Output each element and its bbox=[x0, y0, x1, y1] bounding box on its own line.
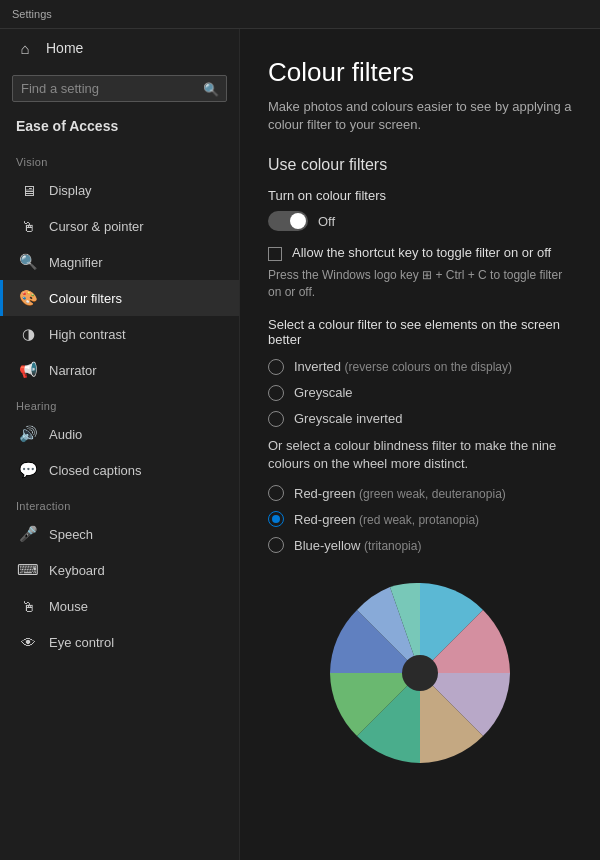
sidebar-item-high-contrast[interactable]: ◑ High contrast bbox=[0, 316, 239, 352]
radio-red-green-weak-label: Red-green (green weak, deuteranopia) bbox=[294, 486, 506, 501]
sidebar-item-audio-label: Audio bbox=[49, 427, 82, 442]
sidebar-item-magnifier[interactable]: 🔍 Magnifier bbox=[0, 244, 239, 280]
sidebar-item-narrator[interactable]: 📢 Narrator bbox=[0, 352, 239, 388]
pie-chart-svg bbox=[320, 573, 520, 773]
title-bar-label: Settings bbox=[12, 8, 52, 20]
sidebar-item-speech-label: Speech bbox=[49, 527, 93, 542]
search-box-wrap: 🔍 bbox=[0, 67, 239, 110]
section-label-interaction: Interaction bbox=[0, 488, 239, 516]
sidebar-item-closed-captions[interactable]: 💬 Closed captions bbox=[0, 452, 239, 488]
radio-inverted[interactable]: Inverted (reverse colours on the display… bbox=[268, 359, 572, 375]
colour-wheel bbox=[268, 573, 572, 773]
pie-center bbox=[402, 655, 438, 691]
radio-greyscale-inverted-button[interactable] bbox=[268, 411, 284, 427]
section-label-hearing: Hearing bbox=[0, 388, 239, 416]
hint-text: Press the Windows logo key ⊞ + Ctrl + C … bbox=[268, 267, 572, 301]
sidebar-item-cursor-label: Cursor & pointer bbox=[49, 219, 144, 234]
toggle-row: Off bbox=[268, 211, 572, 231]
blindness-desc: Or select a colour blindness filter to m… bbox=[268, 437, 572, 473]
sidebar-item-eye-control[interactable]: 👁 Eye control bbox=[0, 624, 239, 660]
radio-greyscale[interactable]: Greyscale bbox=[268, 385, 572, 401]
search-input[interactable] bbox=[12, 75, 227, 102]
radio-red-green-strong-label: Red-green (red weak, protanopia) bbox=[294, 512, 479, 527]
audio-icon: 🔊 bbox=[19, 425, 37, 443]
radio-selected-indicator bbox=[272, 515, 280, 523]
closed-captions-icon: 💬 bbox=[19, 461, 37, 479]
eye-control-icon: 👁 bbox=[19, 633, 37, 651]
radio-greyscale-button[interactable] bbox=[268, 385, 284, 401]
shortcut-checkbox-row: Allow the shortcut key to toggle filter … bbox=[268, 245, 572, 261]
radio-greyscale-label: Greyscale bbox=[294, 385, 353, 400]
sidebar-item-keyboard[interactable]: ⌨ Keyboard bbox=[0, 552, 239, 588]
sidebar-item-closed-captions-label: Closed captions bbox=[49, 463, 142, 478]
speech-icon: 🎤 bbox=[19, 525, 37, 543]
radio-red-green-strong-button[interactable] bbox=[268, 511, 284, 527]
high-contrast-icon: ◑ bbox=[19, 325, 37, 343]
keyboard-icon: ⌨ bbox=[19, 561, 37, 579]
radio-red-green-weak[interactable]: Red-green (green weak, deuteranopia) bbox=[268, 485, 572, 501]
ease-of-access-label: Ease of Access bbox=[0, 110, 239, 144]
sidebar-item-speech[interactable]: 🎤 Speech bbox=[0, 516, 239, 552]
sidebar-home-label: Home bbox=[46, 40, 83, 56]
home-icon: ⌂ bbox=[16, 39, 34, 57]
main-content: Colour filters Make photos and colours e… bbox=[240, 29, 600, 860]
sidebar-item-keyboard-label: Keyboard bbox=[49, 563, 105, 578]
radio-greyscale-inverted-label: Greyscale inverted bbox=[294, 411, 402, 426]
radio-red-green-strong[interactable]: Red-green (red weak, protanopia) bbox=[268, 511, 572, 527]
sidebar-item-narrator-label: Narrator bbox=[49, 363, 97, 378]
sidebar-item-colour-filters-label: Colour filters bbox=[49, 291, 122, 306]
sidebar-item-mouse[interactable]: 🖱 Mouse bbox=[0, 588, 239, 624]
sidebar-item-display-label: Display bbox=[49, 183, 92, 198]
section-label-vision: Vision bbox=[0, 144, 239, 172]
radio-inverted-label: Inverted (reverse colours on the display… bbox=[294, 359, 512, 374]
colour-filters-toggle[interactable] bbox=[268, 211, 308, 231]
page-title: Colour filters bbox=[268, 57, 572, 88]
title-bar: Settings bbox=[0, 0, 600, 29]
sidebar-item-display[interactable]: 🖥 Display bbox=[0, 172, 239, 208]
radio-blue-yellow-button[interactable] bbox=[268, 537, 284, 553]
sidebar-item-home[interactable]: ⌂ Home bbox=[0, 29, 239, 67]
toggle-state-label: Off bbox=[318, 214, 335, 229]
sidebar-item-audio[interactable]: 🔊 Audio bbox=[0, 416, 239, 452]
mouse-icon: 🖱 bbox=[19, 597, 37, 615]
radio-red-green-weak-button[interactable] bbox=[268, 485, 284, 501]
radio-greyscale-inverted[interactable]: Greyscale inverted bbox=[268, 411, 572, 427]
section-title: Use colour filters bbox=[268, 156, 572, 174]
toggle-label: Turn on colour filters bbox=[268, 188, 572, 203]
shortcut-checkbox[interactable] bbox=[268, 247, 282, 261]
sidebar-item-colour-filters[interactable]: 🎨 Colour filters bbox=[0, 280, 239, 316]
sidebar-item-eye-control-label: Eye control bbox=[49, 635, 114, 650]
sidebar-item-high-contrast-label: High contrast bbox=[49, 327, 126, 342]
radio-blue-yellow-label: Blue-yellow (tritanopia) bbox=[294, 538, 421, 553]
narrator-icon: 📢 bbox=[19, 361, 37, 379]
filter-select-label: Select a colour filter to see elements o… bbox=[268, 317, 572, 347]
cursor-icon: 🖱 bbox=[19, 217, 37, 235]
page-description: Make photos and colours easier to see by… bbox=[268, 98, 572, 134]
sidebar-item-magnifier-label: Magnifier bbox=[49, 255, 102, 270]
search-icon: 🔍 bbox=[203, 81, 219, 96]
radio-blue-yellow[interactable]: Blue-yellow (tritanopia) bbox=[268, 537, 572, 553]
radio-inverted-button[interactable] bbox=[268, 359, 284, 375]
shortcut-checkbox-label: Allow the shortcut key to toggle filter … bbox=[292, 245, 551, 260]
display-icon: 🖥 bbox=[19, 181, 37, 199]
sidebar-item-mouse-label: Mouse bbox=[49, 599, 88, 614]
magnifier-icon: 🔍 bbox=[19, 253, 37, 271]
colour-filters-icon: 🎨 bbox=[19, 289, 37, 307]
sidebar: ⌂ Home 🔍 Ease of Access Vision 🖥 Display… bbox=[0, 29, 240, 860]
sidebar-item-cursor-pointer[interactable]: 🖱 Cursor & pointer bbox=[0, 208, 239, 244]
